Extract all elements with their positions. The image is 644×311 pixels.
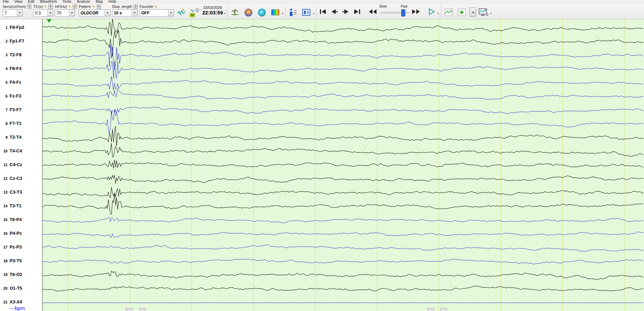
favorite-select[interactable]: OFF ▼	[140, 9, 174, 16]
eeg-viewer-application: FileViewEditWaveformToolsAnalyzeMapHelp …	[0, 0, 644, 311]
toolbar-separator	[316, 6, 317, 18]
channel-row-t4-c4[interactable]: 10T4-C4	[0, 148, 22, 154]
dropdown-arrow-icon[interactable]: ▼	[105, 10, 110, 16]
channel-row-cz-c3[interactable]: 12Cz-C3	[0, 176, 22, 181]
sensitivity-select[interactable]: 7 ▼	[3, 9, 23, 16]
channel-row-c4-cz[interactable]: 11C4-Cz	[0, 162, 22, 168]
spin-down-icon[interactable]: ▼	[133, 7, 138, 9]
monitor-settings-button[interactable]	[478, 7, 489, 18]
event-marker-box[interactable]	[126, 308, 132, 311]
time-constant-spinner[interactable]: ▲▼	[48, 4, 53, 9]
toolbar: Sens(uV/mm) ▲▼ 7 ▼ TC(s) ✎ ▲▼ 0.3 ▼ HF(H…	[0, 3, 644, 19]
sensitivity-spinner[interactable]: ▲▼	[27, 4, 32, 9]
channel-row-f8-fp2[interactable]: 1F8-Fp2	[0, 25, 24, 30]
channel-row-t2-f8[interactable]: 3T2-F8	[0, 52, 22, 58]
spin-up-icon[interactable]: ▲	[97, 4, 101, 7]
edit-pencil-icon[interactable]: ✎	[92, 5, 95, 8]
spin-up-icon[interactable]: ▲	[27, 4, 32, 7]
channel-row-t6-o2[interactable]: 19T6-O2	[0, 272, 22, 277]
pattern-spinner[interactable]: ▲▼	[97, 4, 101, 9]
dropdown-arrow-icon[interactable]: ▼	[17, 10, 22, 16]
edit-pencil-icon[interactable]: ✎	[44, 5, 47, 8]
edit-pencil-icon[interactable]: ✎	[68, 5, 71, 8]
spin-down-icon[interactable]: ▼	[48, 7, 53, 9]
step-forward-button[interactable]	[341, 7, 350, 16]
edit-pencil-icon[interactable]: ✎	[154, 5, 157, 8]
collapse-button[interactable]: ◀	[469, 7, 476, 17]
position-marker-icon[interactable]	[47, 19, 51, 23]
patient-info-button[interactable]	[287, 7, 299, 18]
time-constant-select[interactable]: 0.3 ▼	[33, 9, 53, 16]
play-dropdown-icon[interactable]: ▾	[438, 12, 439, 15]
event-marker-button[interactable]	[229, 7, 241, 18]
slider-handle[interactable]	[401, 9, 405, 16]
event-marker-box[interactable]	[428, 308, 434, 311]
step-back-button[interactable]	[330, 7, 339, 16]
edit-waveform-settings-button[interactable]: ✎	[176, 7, 187, 18]
spin-up-icon[interactable]: ▲	[73, 4, 77, 7]
video-button[interactable]	[300, 7, 312, 18]
event-marker-box[interactable]	[441, 308, 447, 311]
spin-up-icon[interactable]: ▲	[133, 4, 138, 7]
channel-row-x3-x4[interactable]: 21X3-X4	[0, 299, 22, 305]
brain-map-button[interactable]	[242, 7, 254, 18]
high-freq-select[interactable]: 70 ▼	[55, 9, 75, 16]
spin-up-icon[interactable]: ▲	[48, 4, 53, 7]
channel-row-p3-t5[interactable]: 18P3-T5	[0, 258, 22, 264]
trend-view-button[interactable]	[443, 7, 454, 18]
play-button[interactable]	[427, 7, 437, 16]
channel-row-pz-p3[interactable]: 17Pz-P3	[0, 244, 22, 250]
dropdown-arrow-icon[interactable]: ▼	[168, 10, 174, 16]
channel-row-t2-t4[interactable]: 9T2-T4	[0, 135, 22, 140]
topography-map-button[interactable]	[256, 7, 267, 18]
heart-rate-label: ---bpm	[10, 305, 25, 311]
channel-row-fp1-f7[interactable]: 2Fp1-F7	[0, 38, 24, 44]
dropdown-arrow-icon[interactable]: ▼	[69, 10, 74, 16]
menu-item-map[interactable]: Map	[96, 0, 103, 3]
notch-filter-button[interactable]: ∿ ⚙ 50	[189, 7, 201, 18]
channel-row-f8-f4[interactable]: 4F8-F4	[0, 66, 22, 71]
map-dropdown-icon[interactable]: ▾	[282, 12, 283, 15]
channel-row-t6-p4[interactable]: 15T6-P4	[0, 217, 22, 222]
channel-row-f7-t1[interactable]: 8F7-T1	[0, 121, 22, 126]
display-length-spinner[interactable]: ▲▼	[133, 4, 138, 9]
channel-number: 4	[0, 67, 8, 71]
pattern-select[interactable]: OLDCOR ▼	[79, 9, 110, 16]
channel-row-p4-pz[interactable]: 16P4-Pz	[0, 231, 22, 236]
channel-row-o1-t5[interactable]: 20O1-T5	[0, 286, 22, 291]
video-dropdown-icon[interactable]: ▾	[313, 12, 314, 15]
event-marker-icon	[231, 8, 239, 16]
high-freq-spinner[interactable]: ▲▼	[73, 4, 77, 9]
settings-dropdown-icon[interactable]: ▾	[490, 12, 492, 15]
go-to-end-button[interactable]	[352, 7, 362, 16]
channel-row-t3-t1[interactable]: 14T3-T1	[0, 203, 22, 209]
event-marker-box[interactable]	[139, 308, 145, 311]
spectrum-scale-button[interactable]	[269, 7, 281, 18]
menu-item-file[interactable]: File	[3, 0, 9, 3]
spin-down-icon[interactable]: ▼	[97, 7, 101, 9]
display-length-select[interactable]: 10 s ▼	[112, 9, 138, 16]
go-to-start-button[interactable]	[318, 7, 328, 16]
menu-item-tools[interactable]: Tools	[62, 0, 71, 3]
menu-item-analyze[interactable]: Analyze	[77, 0, 90, 3]
channel-row-f3-f7[interactable]: 7F3-F7	[0, 107, 22, 113]
channel-row-fz-f3[interactable]: 6Fz-F3	[0, 93, 21, 99]
channel-row-f4-fz[interactable]: 5F4-Fz	[0, 80, 21, 85]
dropdown-arrow-icon[interactable]: ▼	[132, 10, 137, 16]
channel-row-c3-t3[interactable]: 13C3-T3	[0, 189, 22, 195]
rewind-button[interactable]	[368, 7, 378, 16]
menu-item-view[interactable]: View	[14, 0, 23, 3]
spin-down-icon[interactable]: ▼	[73, 7, 77, 9]
review-play-button[interactable]	[456, 7, 468, 18]
channel-label: Fp1-F7	[10, 38, 24, 44]
fast-forward-button[interactable]	[411, 7, 421, 16]
menu-item-waveform[interactable]: Waveform	[40, 0, 57, 3]
eeg-trace-area[interactable]	[42, 19, 644, 311]
datetime-dropdown-icon[interactable]: ▾	[224, 12, 225, 15]
dropdown-arrow-icon[interactable]: ▼	[47, 10, 53, 16]
eeg-trace-t4-c4	[43, 143, 643, 157]
playback-speed-slider[interactable]: Slow Fast	[379, 4, 409, 17]
menu-item-help[interactable]: Help	[108, 0, 116, 3]
spin-down-icon[interactable]: ▼	[27, 7, 32, 9]
menu-item-edit[interactable]: Edit	[28, 0, 34, 3]
